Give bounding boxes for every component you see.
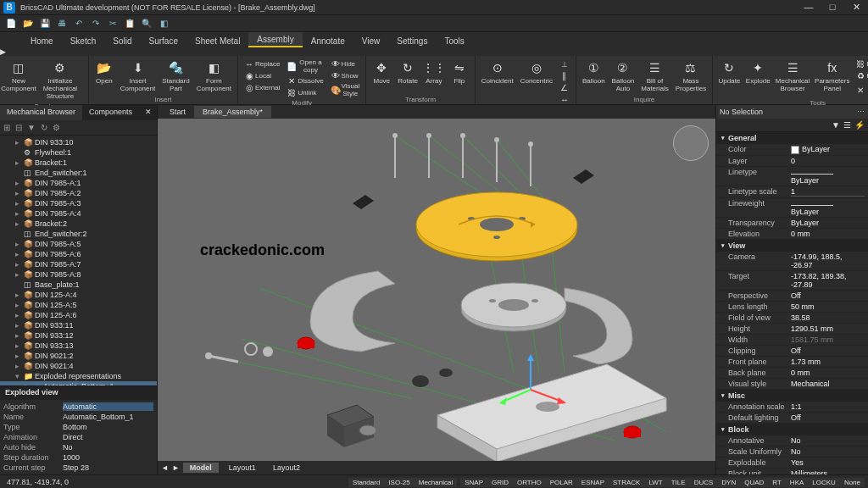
panel-close-icon[interactable]: ✕ — [140, 105, 157, 120]
filter-icon[interactable]: ▼ — [832, 120, 840, 130]
tree-toggle-icon[interactable]: ▸ — [15, 209, 24, 218]
status-item[interactable]: ISO-25 — [384, 478, 414, 487]
ribbon-button[interactable]: ⟂ — [557, 58, 572, 69]
viewport-canvas[interactable]: crackedonic.com — [158, 119, 715, 461]
qat-icon[interactable]: 📋 — [124, 18, 136, 30]
ribbon-button[interactable]: ⚖MassProperties — [673, 58, 709, 95]
prop-value[interactable]: 0 mm — [791, 369, 865, 377]
tree-item[interactable]: ◫End_switcher:2 — [0, 229, 157, 239]
panel-tab[interactable]: Mechanical Browser — [0, 105, 82, 120]
tree-item[interactable]: ▸📦DIN 7985-A:1 — [0, 178, 157, 188]
panel-tab[interactable]: Components — [82, 105, 139, 120]
ribbon-tab-sheet-metal[interactable]: Sheet Metal — [186, 34, 248, 47]
ribbon-tab-settings[interactable]: Settings — [388, 34, 436, 47]
prop-input[interactable] — [791, 187, 865, 197]
tree-toggle-icon[interactable]: ▸ — [15, 260, 24, 269]
ribbon-button[interactable]: ✕Dissolve — [284, 75, 326, 86]
tree-toggle-icon[interactable]: ▸ — [15, 158, 24, 167]
prop-value[interactable]: Mechanical — [791, 380, 865, 388]
prop-value[interactable]: 1:1 — [791, 402, 865, 411]
prop-value[interactable]: ByLayer — [791, 168, 865, 185]
redo-icon[interactable]: ↷ — [90, 18, 102, 30]
tree-item[interactable]: ◫Base_plate:1 — [0, 280, 157, 290]
ribbon-button[interactable]: ∥ — [557, 69, 572, 81]
tree-item[interactable]: ▸📦DIN 9021:4 — [0, 361, 157, 371]
prop-value[interactable]: 1.73 mm — [791, 358, 865, 366]
prop-value[interactable]: 50 mm — [791, 302, 865, 311]
ribbon-tab-tools[interactable]: Tools — [436, 34, 472, 47]
tree-expand-icon[interactable]: ⊞ — [3, 123, 10, 132]
ribbon-button[interactable]: ⚙Initialize MechanicalStructure — [36, 58, 85, 102]
tree-toggle-icon[interactable]: ▸ — [15, 331, 24, 340]
ribbon-button[interactable]: ⋮⋮Array — [422, 58, 446, 95]
ribbon-button[interactable]: ◧FormComponent — [194, 58, 234, 95]
open-icon[interactable]: 📂 — [22, 18, 34, 30]
save-icon[interactable]: 💾 — [39, 18, 51, 30]
qat-icon[interactable]: ✂ — [107, 18, 119, 30]
prop-value[interactable] — [791, 187, 865, 197]
tree-toggle-icon[interactable]: ▸ — [15, 179, 24, 187]
ribbon-tab-view[interactable]: View — [353, 34, 389, 47]
tree-item[interactable]: ▸📦DIN 9021:2 — [0, 351, 157, 361]
ribbon-button[interactable]: 🎨Visual Style — [328, 81, 363, 98]
ribbon-button[interactable]: fxParametersPanel — [813, 58, 851, 98]
undo-icon[interactable]: ↶ — [73, 18, 85, 30]
ribbon-button[interactable]: 👁Show — [328, 69, 363, 81]
close-button[interactable]: ✕ — [848, 2, 865, 13]
tree-toggle-icon[interactable]: ▸ — [15, 311, 24, 319]
ribbon-tab-solid[interactable]: Solid — [104, 34, 140, 47]
ribbon-button[interactable]: ⇋Flip — [448, 58, 471, 95]
tab-next-icon[interactable]: ► — [172, 463, 180, 472]
prop-value[interactable]: No — [791, 447, 865, 456]
ribbon-button[interactable]: ⛓Dependencies — [853, 58, 868, 69]
status-toggle-esnap[interactable]: ESNAP — [577, 478, 609, 487]
layout-tab[interactable]: Layout1 — [222, 463, 263, 473]
prop-value[interactable]: Step 28 — [63, 463, 153, 472]
status-item[interactable]: Mechanical — [415, 478, 457, 487]
prop-value[interactable]: Off — [791, 291, 865, 300]
status-toggle-hka[interactable]: HKA — [786, 478, 808, 487]
ribbon-tab-annotate[interactable]: Annotate — [303, 34, 353, 47]
minimize-button[interactable]: ― — [800, 2, 817, 13]
prop-value[interactable]: Yes — [791, 458, 865, 467]
panel-menu-icon[interactable]: ⋯ — [857, 108, 865, 116]
doc-tab[interactable]: Brake_Assembly* — [194, 106, 271, 118]
tree-item[interactable]: ▸📦DIN 933:10 — [0, 137, 157, 147]
layout-tab[interactable]: Model — [183, 463, 219, 473]
tree-item[interactable]: ▸📦DIN 933:11 — [0, 320, 157, 330]
prop-value[interactable]: Bottom — [63, 423, 153, 431]
tree-item[interactable]: ▸📦DIN 933:12 — [0, 330, 157, 341]
ribbon-button[interactable]: 🔩StandardPart — [159, 58, 192, 95]
prop-value[interactable]: ByLayer — [791, 145, 865, 154]
ribbon-button[interactable]: 📂Open — [92, 58, 116, 95]
status-toggle-snap[interactable]: SNAP — [460, 478, 487, 487]
ribbon-button[interactable]: ↔ — [557, 93, 572, 105]
prop-value[interactable]: 1290.51 mm — [791, 324, 865, 333]
status-toggle-none[interactable]: None — [840, 478, 865, 487]
ribbon-tab-surface[interactable]: Surface — [141, 34, 186, 47]
tree-item[interactable]: ▸📦DIN 125-A:4 — [0, 290, 157, 300]
prop-value[interactable]: 1581.75 mm — [791, 336, 865, 344]
tree-item[interactable]: ▸📦DIN 933:13 — [0, 341, 157, 351]
tree-item[interactable]: ▸📦DIN 7985-A:4 — [0, 208, 157, 219]
tree-toggle-icon[interactable]: ▸ — [15, 138, 24, 147]
doc-tab[interactable]: Start — [161, 106, 194, 118]
tree-item[interactable]: ▸📦DIN 7985-A:5 — [0, 239, 157, 249]
tree-item[interactable]: ▸📦DIN 125-A:5 — [0, 300, 157, 310]
ribbon-tab-sketch[interactable]: Sketch — [62, 34, 105, 47]
status-toggle-tile[interactable]: TILE — [667, 478, 690, 487]
ribbon-button[interactable]: ↔Replace — [242, 58, 282, 69]
tab-prev-icon[interactable]: ◄ — [161, 463, 169, 472]
tree-item[interactable]: ▸📦Bracket:1 — [0, 158, 157, 168]
prop-value[interactable]: ByLayer — [791, 219, 865, 227]
tree-item[interactable]: ▸📦DIN 7985-A:2 — [0, 188, 157, 198]
tree-toggle-icon[interactable]: ▸ — [15, 291, 24, 299]
ribbon-button[interactable]: ♻Recover — [853, 69, 868, 81]
app-menu-button[interactable]: ▶ — [0, 47, 868, 56]
ribbon-button[interactable]: ↻Rotate — [395, 58, 420, 95]
prop-group-header[interactable]: Misc — [716, 390, 868, 402]
prop-group-header[interactable]: Block — [716, 424, 868, 435]
ribbon-button[interactable]: ◫NewComponent — [3, 58, 34, 102]
status-item[interactable]: Standard — [348, 478, 384, 487]
ribbon-button[interactable]: ✕Remove structure — [853, 81, 868, 98]
